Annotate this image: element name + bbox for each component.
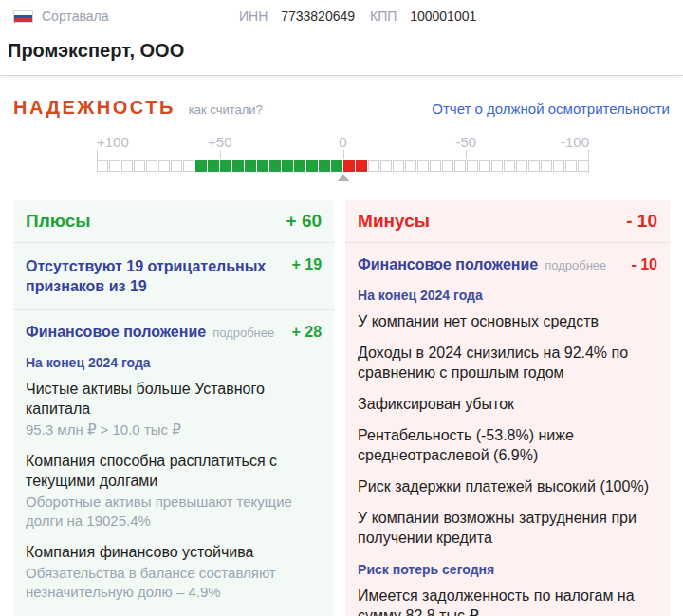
pluses-finance-block: Финансовое положение подробнее + 28 На к…	[13, 310, 334, 616]
entry-text: Рентабельность (-53.8%) ниже среднеотрас…	[358, 425, 657, 465]
scale-label-minus100: -100	[561, 134, 589, 150]
scale-segment-empty	[171, 160, 182, 172]
scale-tick-zero	[343, 150, 344, 159]
minuses-title: Минусы	[358, 211, 430, 232]
scale-segment-empty	[393, 160, 404, 172]
scale-segment-green	[232, 160, 244, 172]
reliability-header: НАДЕЖНОСТЬ как считали? Отчет о должной …	[13, 97, 670, 119]
plus-entry: Компания способна расплатиться с текущим…	[26, 451, 322, 531]
entry-text: Имеется задолженность по налогам на сумм…	[358, 586, 657, 616]
pluses-title: Плюсы	[26, 211, 91, 232]
pluses-finance-score: + 28	[291, 324, 322, 341]
scale-segment-red	[356, 160, 367, 172]
scale-segment-empty	[380, 160, 392, 172]
entry-text: У компании нет основных средств	[358, 311, 657, 331]
scale-segment-empty	[516, 160, 527, 172]
pluses-total-score: + 60	[286, 211, 323, 232]
company-title: Промэксперт, ООО	[8, 40, 670, 62]
minuses-total-score: - 10	[626, 211, 657, 232]
scale-segment-green	[306, 160, 318, 172]
topbar: Сортавала ИНН 7733820649 КПП 100001001	[0, 0, 683, 32]
inn-value: 7733820649	[281, 9, 355, 24]
score-columns: Плюсы + 60 Отсутствуют 19 отрицательных …	[13, 200, 670, 616]
kpp-group: КПП 100001001	[370, 9, 476, 24]
plus-entry: Компания финансово устойчива Обязательст…	[26, 542, 322, 602]
no-negative-signs-title: Отсутствуют 19 отрицательных признаков и…	[26, 256, 270, 296]
plus-entry: Чистые активы больше Уставного капитала …	[26, 379, 322, 439]
scale-segment-empty	[183, 160, 194, 172]
scale-segment-empty	[578, 160, 589, 172]
entry-text: У компании возможны затруднения при полу…	[358, 508, 657, 548]
minuses-finance-score: - 10	[631, 256, 657, 273]
pluses-finance-title-link[interactable]: Финансовое положение	[26, 324, 206, 341]
minus-entry: Зафиксирован убыток	[358, 394, 657, 414]
kpp-value: 100001001	[410, 9, 476, 24]
scale-tick-minus50	[466, 150, 467, 159]
scale-segment-empty	[134, 160, 145, 172]
scale-segment-green	[331, 160, 342, 172]
minuses-finance-more-link[interactable]: подробнее	[545, 258, 606, 272]
pluses-finance-more-link[interactable]: подробнее	[212, 326, 274, 340]
scale-segment-green	[195, 160, 207, 172]
scale-segment-empty	[97, 160, 108, 172]
title-row: Промэксперт, ООО	[0, 32, 683, 76]
minuses-header: Минусы - 10	[345, 200, 670, 243]
minus-entry: У компании нет основных средств	[358, 311, 657, 331]
pluses-finance-head: Финансовое положение подробнее + 28	[26, 324, 322, 341]
scale-segment-empty	[442, 160, 453, 172]
scale-segment-green	[220, 160, 231, 172]
scale-segment-empty	[479, 160, 490, 172]
scale-squares	[97, 160, 589, 172]
inn-label: ИНН	[239, 9, 268, 24]
minus-entry: Имеется задолженность по налогам на сумм…	[358, 586, 657, 616]
scale-marker-icon	[338, 174, 349, 181]
scale-segment-empty	[368, 160, 379, 172]
minuses-column: Минусы - 10 Финансовое положение подробн…	[345, 200, 670, 616]
scale-segment-empty	[528, 160, 540, 172]
reliability-panel: НАДЕЖНОСТЬ как считали? Отчет о должной …	[0, 76, 683, 616]
scale-segment-empty	[541, 160, 552, 172]
scale-segment-empty	[553, 160, 564, 172]
scale-label-plus100: +100	[97, 134, 129, 150]
scale-segment-green	[319, 160, 330, 172]
scale-tick-plus50	[220, 150, 221, 159]
scale-segment-green	[245, 160, 256, 172]
minuses-subheader-risk-today: Риск потерь сегодня	[358, 562, 657, 577]
scale-segment-empty	[467, 160, 478, 172]
entry-text: Чистые активы больше Уставного капитала	[26, 379, 291, 419]
scale-segment-green	[269, 160, 281, 172]
scale-segment-red	[343, 160, 355, 172]
scale-segment-empty	[417, 160, 429, 172]
entry-text: Зафиксирован убыток	[358, 394, 657, 414]
minus-entry: Доходы в 2024 снизились на 92.4% по срав…	[358, 343, 657, 383]
kpp-label: КПП	[370, 9, 397, 24]
minus-entry: У компании возможны затруднения при полу…	[358, 508, 657, 548]
due-diligence-report-link[interactable]: Отчет о должной осмотрительности	[432, 101, 670, 117]
scale-segment-green	[294, 160, 305, 172]
scale-segment-empty	[504, 160, 515, 172]
scale-segment-empty	[158, 160, 170, 172]
scale-label-zero: 0	[339, 134, 346, 150]
minus-entry: Риск задержки платежей высокий (100%)	[358, 476, 657, 496]
scale-label-minus50: -50	[455, 134, 476, 150]
entry-note: Оборотные активы превышают текущие долги…	[26, 493, 310, 531]
pluses-subheader-year-end: На конец 2024 года	[26, 355, 322, 370]
scale-segment-empty	[430, 160, 441, 172]
scale-segment-empty	[405, 160, 416, 172]
scale-segment-empty	[146, 160, 157, 172]
scale-segment-empty	[454, 160, 466, 172]
russia-flag-icon	[13, 10, 33, 23]
scale-segment-green	[257, 160, 268, 172]
entry-text: Компания способна расплатиться с текущим…	[26, 451, 291, 491]
scale-segment-empty	[491, 160, 503, 172]
no-negative-signs-score: + 19	[291, 256, 322, 296]
how-calculated-link[interactable]: как считали?	[189, 103, 263, 117]
scale-segment-empty	[121, 160, 133, 172]
entry-text: Риск задержки платежей высокий (100%)	[358, 476, 657, 496]
minuses-finance-title-link[interactable]: Финансовое положение	[358, 256, 538, 273]
region-label: Сортавала	[42, 9, 108, 24]
minus-entry: Рентабельность (-53.8%) ниже среднеотрас…	[358, 425, 657, 465]
entry-text: Доходы в 2024 снизились на 92.4% по срав…	[358, 343, 657, 383]
scale-label-plus50: +50	[208, 134, 231, 150]
scale-segment-empty	[565, 160, 577, 172]
